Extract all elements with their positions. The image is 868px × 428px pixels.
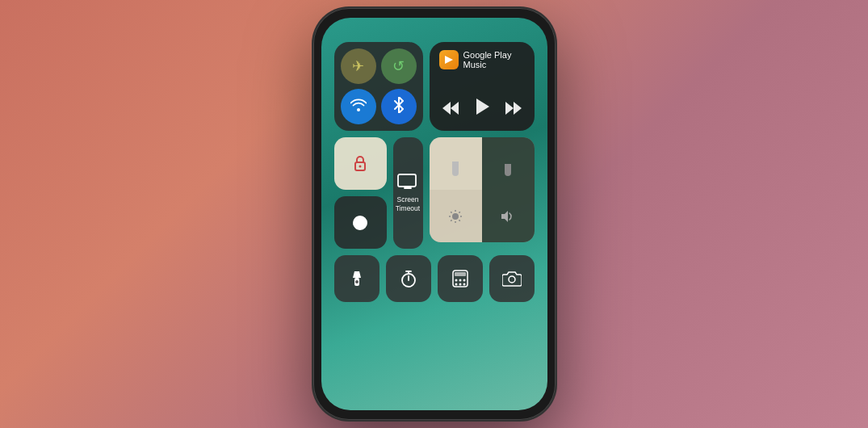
svg-point-29 — [463, 283, 465, 286]
svg-point-25 — [459, 279, 461, 282]
bluetooth-button[interactable] — [381, 89, 417, 124]
row-tools: ScreenTimeout — [334, 137, 535, 249]
svg-rect-23 — [455, 272, 466, 276]
svg-marker-3 — [476, 99, 489, 115]
flashlight-button[interactable] — [334, 255, 379, 302]
do-not-disturb-button[interactable] — [334, 196, 387, 249]
svg-line-17 — [451, 220, 451, 220]
sliders-panel[interactable] — [430, 137, 535, 242]
svg-point-27 — [455, 283, 457, 286]
phone-frame: ✈ ↺ — [313, 8, 556, 420]
rotation-lock-button[interactable]: ↺ — [381, 48, 417, 84]
bluetooth-icon — [393, 97, 405, 117]
google-play-music-icon — [439, 50, 459, 69]
svg-line-15 — [459, 220, 459, 220]
svg-marker-18 — [501, 211, 508, 222]
svg-marker-2 — [442, 102, 451, 115]
svg-point-26 — [463, 279, 465, 282]
rotation-icon: ↺ — [392, 57, 405, 75]
screen-timeout-icon — [397, 174, 418, 194]
wifi-button[interactable] — [341, 89, 376, 124]
left-tools — [334, 137, 387, 249]
lock-rotation-button[interactable] — [334, 137, 387, 190]
svg-marker-5 — [514, 102, 522, 115]
connectivity-grid: ✈ ↺ — [334, 42, 423, 131]
svg-rect-8 — [398, 174, 416, 187]
svg-marker-1 — [451, 102, 459, 115]
svg-line-14 — [451, 212, 451, 212]
row-bottom-tools — [334, 255, 535, 302]
wifi-icon — [350, 99, 367, 115]
svg-point-28 — [459, 283, 461, 286]
volume-control[interactable] — [482, 190, 535, 242]
svg-point-30 — [509, 276, 515, 283]
svg-point-9 — [452, 213, 459, 220]
svg-point-24 — [455, 279, 457, 282]
camera-button[interactable] — [489, 255, 535, 302]
rewind-button[interactable] — [442, 100, 459, 119]
calculator-button[interactable] — [438, 255, 483, 302]
screen-timeout-button[interactable]: ScreenTimeout — [393, 137, 423, 249]
svg-marker-0 — [445, 56, 453, 64]
music-app-name: Google Play Music — [463, 50, 525, 69]
phone-wrapper: ✈ ↺ — [305, 4, 564, 424]
svg-point-20 — [355, 280, 359, 283]
brightness-slider-top — [430, 137, 482, 190]
row-connectivity-music: ✈ ↺ — [334, 42, 535, 131]
screen-timeout-label: ScreenTimeout — [396, 195, 420, 212]
svg-line-16 — [459, 212, 459, 212]
play-button[interactable] — [472, 96, 493, 123]
volume-slider-top — [482, 137, 535, 190]
brightness-bar-top — [452, 152, 459, 176]
volume-bar-top — [505, 152, 511, 176]
brightness-control[interactable] — [430, 190, 482, 242]
music-app-row: Google Play Music — [439, 50, 525, 69]
svg-point-7 — [359, 165, 362, 167]
control-center: ✈ ↺ — [334, 42, 535, 394]
airplane-mode-button[interactable]: ✈ — [341, 48, 376, 84]
timer-button[interactable] — [386, 255, 431, 302]
fast-forward-button[interactable] — [505, 100, 522, 119]
svg-marker-4 — [505, 102, 514, 115]
music-controls — [439, 96, 525, 123]
airplane-icon: ✈ — [352, 57, 364, 75]
music-widget: Google Play Music — [430, 42, 535, 131]
phone-screen: ✈ ↺ — [321, 18, 547, 410]
